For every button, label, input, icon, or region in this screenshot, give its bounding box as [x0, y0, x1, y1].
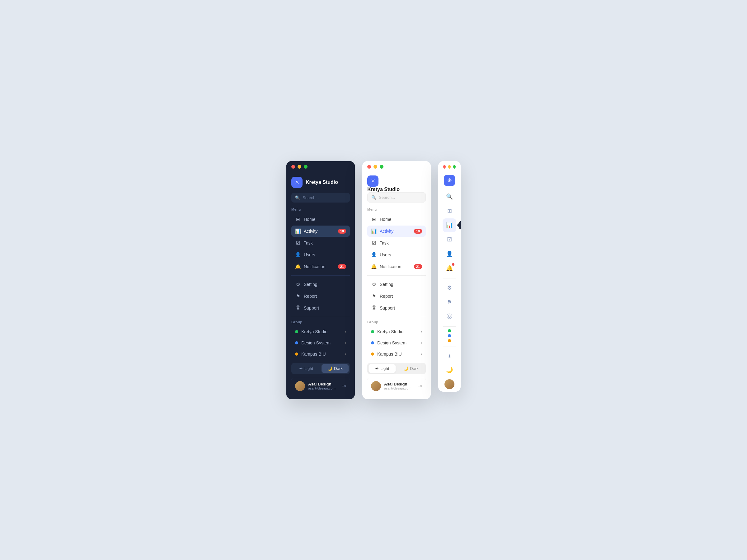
dark-search[interactable]: 🔍 Search... — [291, 193, 350, 203]
light-nav-home[interactable]: ⊞ Home — [367, 214, 426, 225]
light-sidebar-window: ✳ Kretya Studio 🔍 Search... Menu ⊞ Home … — [362, 161, 431, 399]
dark-brand: ✳ Kretya Studio — [291, 176, 350, 193]
mini-activity-icon: 📊 — [446, 222, 453, 229]
mini-notification-dot — [452, 263, 455, 266]
dark-avatar — [295, 381, 305, 391]
mini-close-button[interactable] — [443, 165, 446, 169]
light-nav-activity[interactable]: 📊 Activity 10 — [367, 225, 426, 237]
light-group-design[interactable]: Design System › — [367, 338, 426, 348]
light-group-kampus[interactable]: Kampus BIU › — [367, 349, 426, 359]
dark-nav-home[interactable]: ⊞ Home — [291, 214, 350, 225]
light-separator — [367, 275, 426, 276]
dark-nav-report-label: Report — [304, 294, 317, 299]
screen-container: ✳ Kretya Studio 🔍 Search... Menu ⊞ Home … — [274, 149, 473, 411]
light-group-kretya[interactable]: Kretya Studio › — [367, 326, 426, 337]
dark-nav-task[interactable]: ☑ Task — [291, 237, 350, 248]
maximize-button[interactable] — [304, 165, 308, 169]
close-button[interactable] — [291, 165, 295, 169]
dark-group-kretya[interactable]: Kretya Studio › — [291, 326, 350, 337]
light-dark-label: Dark — [410, 366, 418, 371]
light-notification-badge: 21 — [414, 264, 422, 269]
light-dark-btn[interactable]: 🌙 Dark — [397, 364, 424, 373]
light-light-btn[interactable]: ☀ Light — [368, 364, 395, 373]
light-minimize-button[interactable] — [374, 165, 377, 169]
light-nav-task[interactable]: ☑ Task — [367, 237, 426, 248]
dark-nav-users[interactable]: 👤 Users — [291, 249, 350, 260]
mini-support-icon: ⓪ — [447, 313, 452, 320]
dark-sidebar-content: ✳ Kretya Studio 🔍 Search... Menu ⊞ Home … — [286, 172, 355, 399]
mini-sun-icon: ☀ — [447, 353, 452, 359]
light-user-info: Asal Design asal@design.com — [384, 382, 415, 390]
mini-support-btn[interactable]: ⓪ — [443, 310, 456, 323]
dark-separator2 — [291, 317, 350, 317]
dark-group-kampus[interactable]: Kampus BIU › — [291, 349, 350, 359]
light-nav-setting-label: Setting — [380, 282, 393, 287]
mini-users-btn[interactable]: 👤 — [443, 247, 456, 261]
dark-user-email: asal@design.com — [308, 386, 339, 390]
mini-gear-btn[interactable]: ⚙ — [443, 281, 456, 295]
light-maximize-button[interactable] — [380, 165, 383, 169]
mini-maximize-button[interactable] — [453, 165, 456, 169]
light-gear-icon: ⚙ — [371, 282, 377, 287]
mini-flag-btn[interactable]: ⚑ — [443, 295, 456, 309]
kampus-dot — [295, 352, 298, 355]
mini-group-design[interactable] — [448, 334, 451, 337]
light-close-button[interactable] — [367, 165, 371, 169]
mini-moon-btn[interactable]: 🌙 — [443, 363, 456, 377]
dark-dark-btn[interactable]: 🌙 Dark — [321, 364, 349, 373]
dark-group-design-label: Design System — [301, 340, 331, 345]
light-kampus-dot — [371, 352, 374, 355]
dark-user-info: Asal Design asal@design.com — [308, 382, 339, 390]
light-separator2 — [367, 317, 426, 317]
light-nav-setting[interactable]: ⚙ Setting — [367, 279, 426, 290]
mini-task-btn[interactable]: ☑ — [443, 233, 456, 246]
bell-icon: 🔔 — [295, 264, 301, 269]
light-activity-badge: 10 — [414, 229, 422, 234]
dark-group-kretya-label: Kretya Studio — [301, 329, 328, 334]
mini-brand-icon: ✳ — [444, 175, 455, 186]
mini-home-icon: ⊞ — [447, 208, 452, 214]
light-user-name: Asal Design — [384, 382, 415, 386]
notification-badge: 21 — [338, 264, 346, 269]
dark-nav-setting[interactable]: ⚙ Setting — [291, 279, 350, 290]
mini-group-kretya[interactable] — [448, 329, 451, 332]
dark-group-kampus-label: Kampus BIU — [301, 351, 326, 356]
dark-group-design[interactable]: Design System › — [291, 338, 350, 348]
mini-search-btn[interactable]: 🔍 — [443, 190, 456, 204]
activity-tooltip: Activity — [459, 221, 461, 229]
search-icon: 🔍 — [295, 195, 300, 200]
light-search[interactable]: 🔍 Search... — [367, 192, 426, 203]
light-activity-icon: 📊 — [371, 229, 377, 234]
dark-titlebar — [286, 161, 355, 172]
light-logout-icon[interactable]: ⇥ — [418, 383, 422, 389]
mini-avatar[interactable] — [444, 379, 455, 389]
minimize-button[interactable] — [298, 165, 301, 169]
mini-activity-btn[interactable]: 📊 Activity — [443, 218, 456, 232]
dark-group-label: Group — [291, 320, 350, 324]
mini-minimize-button[interactable] — [448, 165, 451, 169]
mini-notification-btn[interactable]: 🔔 — [443, 261, 456, 275]
dark-nav-report[interactable]: ⚑ Report — [291, 291, 350, 302]
light-nav-support[interactable]: ⓪ Support — [367, 302, 426, 314]
mini-sun-btn[interactable]: ☀ — [443, 349, 456, 363]
light-theme-toggle: ☀ Light 🌙 Dark — [367, 363, 426, 374]
light-kretya-arrow: › — [421, 329, 422, 334]
mini-separator — [443, 278, 456, 278]
dark-light-btn[interactable]: ☀ Light — [292, 364, 320, 373]
light-nav-notification[interactable]: 🔔 Notification 21 — [367, 261, 426, 272]
light-nav-users[interactable]: 👤 Users — [367, 249, 426, 260]
light-sidebar-content: ✳ Kretya Studio 🔍 Search... Menu ⊞ Home … — [362, 172, 431, 399]
mini-flag-icon: ⚑ — [447, 299, 452, 305]
light-group-design-label: Design System — [377, 340, 407, 345]
light-nav-report[interactable]: ⚑ Report — [367, 291, 426, 302]
dark-nav-support[interactable]: ⓪ Support — [291, 302, 350, 314]
dark-logout-icon[interactable]: ⇥ — [342, 383, 346, 389]
dark-nav-notification[interactable]: 🔔 Notification 21 — [291, 261, 350, 272]
gear-icon: ⚙ — [295, 282, 301, 287]
light-nav-activity-label: Activity — [380, 229, 393, 234]
dark-nav-activity[interactable]: 📊 Activity 10 — [291, 225, 350, 237]
light-kampus-arrow: › — [421, 352, 422, 356]
mini-home-btn[interactable]: ⊞ — [443, 204, 456, 218]
mini-bell-icon: 🔔 — [446, 265, 453, 272]
mini-group-kampus[interactable] — [448, 339, 451, 342]
